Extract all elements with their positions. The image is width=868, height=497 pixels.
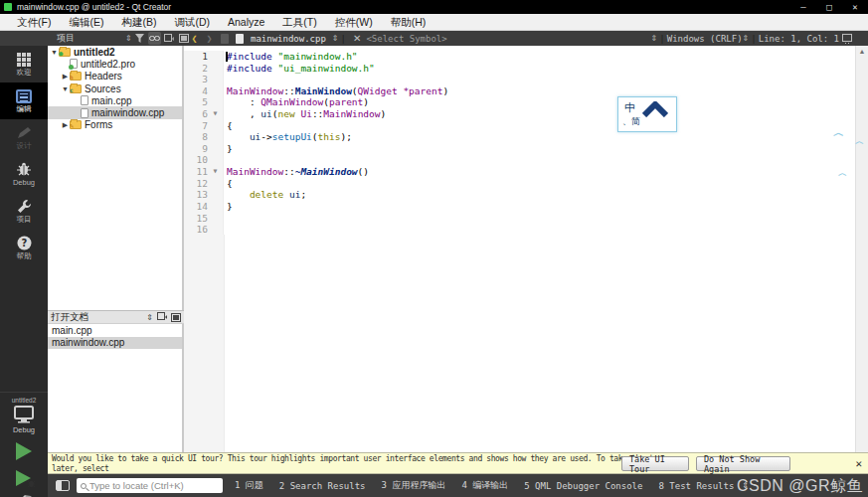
menu-item-1[interactable]: 编辑(E) [60,14,112,30]
tree-item-Forms[interactable]: ▶✎Forms [48,119,182,131]
mode-item-编辑[interactable]: 编辑 [0,83,48,119]
fold-marker-icon [208,85,224,97]
infobar-close-icon[interactable]: ✕ [855,457,862,470]
tree-item-Sources[interactable]: ▼cSources [48,83,182,94]
menu-item-4[interactable]: Analyze [219,14,273,30]
split-pane-icon[interactable] [163,32,176,45]
code-token: "ui_mainwindow.h" [278,63,375,74]
ime-chevron-icon: ︿ [838,167,847,180]
menu-item-3[interactable]: 调试(D) [165,14,219,30]
kit-selector-button[interactable] [0,406,48,423]
maximize-button[interactable]: □ [816,0,842,14]
fold-marker-icon [208,131,224,143]
output-pane-button-2[interactable]: 2 Search Results [271,481,374,491]
encoding-updown-icon[interactable]: ⇕ [743,34,750,43]
mode-item-项目[interactable]: 项目 [0,193,48,230]
line-number: 11 [184,166,208,178]
debug-run-button[interactable] [16,470,32,486]
tree-item-main.cpp[interactable]: main.cpp [48,94,182,106]
ime-status-window[interactable]: 中 、简 [617,96,677,132]
opendocs-split-icon[interactable] [157,312,167,322]
minimize-button[interactable]: – [790,0,816,14]
take-ui-tour-button[interactable]: Take UI Tour [621,456,689,471]
filter-icon[interactable] [133,32,146,45]
tree-expand-icon[interactable]: ▶ [61,73,70,81]
fold-marker-icon[interactable]: ▼ [208,108,224,120]
code-text: , ui(new Ui::MainWindow) [224,108,386,120]
file-pro-icon [70,59,78,69]
menu-item-5[interactable]: 工具(T) [273,14,325,30]
menu-item-2[interactable]: 构建(B) [112,14,165,30]
close-document-icon[interactable]: ✕ [348,33,366,44]
tree-item-untitled2.pro[interactable]: untitled2.pro [48,58,182,70]
fold-marker-icon [208,201,224,213]
menu-item-6[interactable]: 控件(W) [326,14,382,30]
mode-item-帮助[interactable]: ?帮助 [0,230,48,266]
output-pane-button-1[interactable]: 1 问题 [227,479,271,492]
tree-expand-icon[interactable]: ▼ [50,49,59,56]
open-document-mainwindow.cpp[interactable]: mainwindow.cpp [48,337,182,350]
go-forward-icon[interactable]: ❯ [203,32,216,45]
locator-search-box[interactable]: Type to locate (Ctrl+K) [77,478,223,493]
mode-selector-bar: 欢迎编辑设计Debug项目?帮助 untitled2 Debug [0,46,48,497]
code-line-4: 4MainWindow::MainWindow(QWidget *parent) [184,85,868,97]
code-line-1: 1#include "mainwindow.h" [184,51,868,63]
symbol-selector[interactable]: <Select Symbol> [366,34,446,44]
do-not-show-again-button[interactable]: Do Not Show Again [696,456,790,471]
code-token: } [227,201,233,212]
code-token: MainWindow [323,108,380,119]
fold-marker-icon [208,74,224,85]
sync-with-editor-link-icon[interactable] [148,32,161,45]
output-pane-button-4[interactable]: 4 编译输出 [453,479,516,492]
fold-marker-icon [208,224,224,236]
tree-expand-icon[interactable]: ▶ [61,121,70,129]
code-token: #include [227,63,272,74]
editor-toolbar-right: ⇕ | Windows (CRLF) ⇕ | Line: 1, Col: 1 [651,31,854,46]
tree-item-mainwindow.cpp[interactable]: mainwindow.cpp [48,106,182,118]
file-selector-updown-icon[interactable]: ⇕ [332,34,339,43]
bug-badge-icon [27,479,36,488]
pin-document-icon[interactable] [218,32,231,45]
menubar: 文件(F)编辑(E)构建(B)调试(D)Analyze工具(T)控件(W)帮助(… [0,14,868,31]
editor-toolbar: ❮ ❯ mainwindow.cpp ⇕ | ✕ <Select Symbol> [187,31,447,46]
editor-scrollbar[interactable]: ▲ [855,46,868,452]
opendocs-close-icon[interactable] [171,313,181,322]
statusbar: Type to locate (Ctrl+K) 1 问题2 Search Res… [48,474,868,497]
open-document-main.cpp[interactable]: main.cpp [48,324,182,337]
line-ending-selector[interactable]: Windows (CRLF) [667,34,743,44]
fold-marker-icon[interactable]: ▼ [208,166,224,178]
toggle-sidebar-icon[interactable] [56,480,70,491]
go-back-icon[interactable]: ❮ [188,32,201,45]
tree-item-Headers[interactable]: ▶hHeaders [48,71,182,83]
projects-pane-selector[interactable]: 项目 [57,31,75,46]
code-token: this [318,131,341,142]
editor-scroll-up-icon[interactable]: ▲ [856,46,868,58]
output-pane-button-5[interactable]: 5 QML Debugger Console [516,481,650,491]
build-button[interactable] [0,492,48,497]
code-token: delete [250,189,283,200]
kit-project-name: untitled2 [0,397,48,404]
run-button[interactable] [16,442,32,460]
code-token: QWidget [358,85,398,96]
folder-badge: h [70,75,74,81]
output-pane-button-3[interactable]: 3 应用程序输出 [374,479,454,492]
window-title: mainwindow.cpp @ untitled2 - Qt Creator [17,2,790,12]
opendocs-select-updown-icon[interactable]: ⇕ [146,313,153,322]
line-ending-updown-icon[interactable]: ⇕ [651,34,658,43]
mode-item-欢迎[interactable]: 欢迎 [0,46,48,83]
tree-pane-toolbar: ⇕ [125,31,192,46]
output-pane-button-6[interactable]: 8 Test Results [650,481,742,491]
code-token: "mainwindow.h" [278,51,358,62]
open-file-selector[interactable]: mainwindow.cpp [247,34,332,44]
close-button[interactable]: ✕ [842,0,868,14]
fold-marker-icon [208,63,224,75]
mode-item-Debug[interactable]: Debug [0,156,48,193]
code-editor[interactable]: 1#include "mainwindow.h"2#include "ui_ma… [184,46,868,452]
pane-select-updown-icon[interactable]: ⇕ [125,34,132,43]
tree-item-untitled2[interactable]: ▼●untitled2 [48,46,182,58]
menu-item-0[interactable]: 文件(F) [8,14,60,30]
tree-expand-icon[interactable]: ▼ [61,85,70,92]
locator-placeholder: Type to locate (Ctrl+K) [89,480,184,491]
split-editor-icon[interactable] [840,32,853,45]
menu-item-7[interactable]: 帮助(H) [382,14,435,30]
